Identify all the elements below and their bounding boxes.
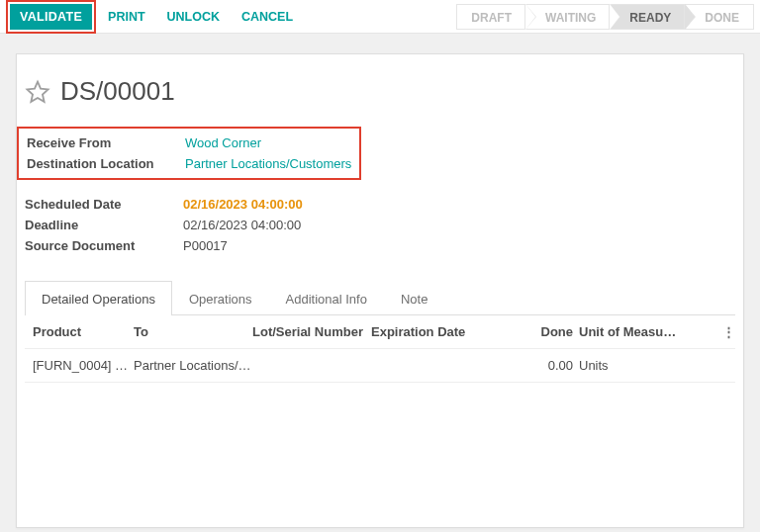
tab-additional-info[interactable]: Additional Info xyxy=(269,281,384,315)
cell-uom[interactable]: Units xyxy=(579,358,721,373)
status-bar: DRAFT WAITING READY DONE xyxy=(457,4,754,30)
record-title: DS/00001 xyxy=(60,76,175,107)
receive-from-label: Receive From xyxy=(27,133,185,153)
action-buttons: VALIDATE PRINT UNLOCK CANCEL xyxy=(6,0,303,34)
scheduled-date-value: 02/16/2023 04:00:00 xyxy=(183,194,303,215)
receive-from-value[interactable]: Wood Corner xyxy=(185,133,351,153)
destination-value[interactable]: Partner Locations/Customers xyxy=(185,153,351,174)
cell-product[interactable]: [FURN_0004] Let… xyxy=(25,358,134,373)
date-fields: Scheduled Date 02/16/2023 04:00:00 Deadl… xyxy=(25,194,303,256)
cell-done[interactable]: 0.00 xyxy=(524,358,579,373)
col-header-done[interactable]: Done xyxy=(524,324,579,339)
top-action-bar: VALIDATE PRINT UNLOCK CANCEL DRAFT WAITI… xyxy=(0,0,760,34)
tabs: Detailed Operations Operations Additiona… xyxy=(25,280,735,315)
tab-operations[interactable]: Operations xyxy=(172,281,269,315)
scheduled-date-label: Scheduled Date xyxy=(25,194,183,215)
validate-button[interactable]: VALIDATE xyxy=(10,4,92,30)
col-header-expiration[interactable]: Expiration Date xyxy=(371,324,524,339)
page-body: DS/00001 Receive From Wood Corner Destin… xyxy=(0,34,760,528)
source-document-label: Source Document xyxy=(25,235,183,256)
svg-marker-0 xyxy=(27,81,48,101)
col-header-to[interactable]: To xyxy=(134,324,252,339)
table-row[interactable]: [FURN_0004] Let… Partner Locations/… 0.0… xyxy=(25,349,735,383)
star-icon[interactable] xyxy=(25,79,50,105)
deadline-value: 02/16/2023 04:00:00 xyxy=(183,215,303,235)
source-document-value: P00017 xyxy=(183,235,303,256)
tab-note[interactable]: Note xyxy=(384,281,444,315)
validate-highlight-box: VALIDATE xyxy=(6,0,96,34)
form-sheet: DS/00001 Receive From Wood Corner Destin… xyxy=(16,53,744,528)
deadline-label: Deadline xyxy=(25,215,183,235)
destination-label: Destination Location xyxy=(27,153,185,174)
grid-header-row: Product To Lot/Serial Number Expiration … xyxy=(25,315,735,349)
status-waiting[interactable]: WAITING xyxy=(524,4,610,30)
col-header-uom[interactable]: Unit of Measu… xyxy=(579,324,721,339)
col-header-lot[interactable]: Lot/Serial Number xyxy=(252,324,371,339)
grid-column-menu-icon[interactable]: ⋮ xyxy=(721,324,735,339)
print-button[interactable]: PRINT xyxy=(98,4,155,30)
partner-fields-highlight: Receive From Wood Corner Destination Loc… xyxy=(17,127,361,180)
unlock-button[interactable]: UNLOCK xyxy=(157,4,230,30)
cancel-button[interactable]: CANCEL xyxy=(232,4,303,30)
title-row: DS/00001 xyxy=(25,76,735,107)
col-header-product[interactable]: Product xyxy=(25,324,134,339)
cell-to[interactable]: Partner Locations/… xyxy=(134,358,252,373)
status-draft[interactable]: DRAFT xyxy=(456,4,525,30)
tab-detailed-operations[interactable]: Detailed Operations xyxy=(25,281,172,315)
operations-grid: Product To Lot/Serial Number Expiration … xyxy=(25,315,735,383)
